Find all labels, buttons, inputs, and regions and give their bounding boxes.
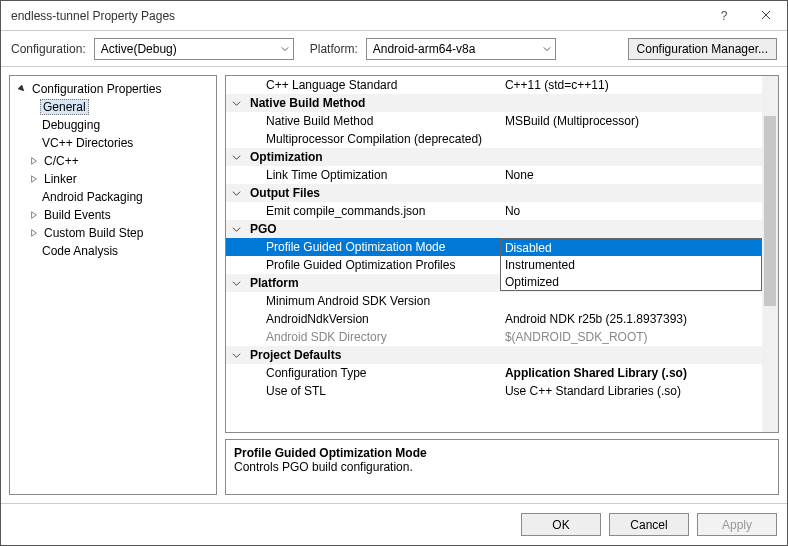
- grid-row[interactable]: Use of STLUse C++ Standard Libraries (.s…: [226, 382, 778, 400]
- grid-row[interactable]: AndroidNdkVersionAndroid NDK r25b (25.1.…: [226, 310, 778, 328]
- cancel-button[interactable]: Cancel: [609, 513, 689, 536]
- tree-root[interactable]: Configuration Properties: [10, 80, 216, 98]
- grid-name: Use of STL: [246, 382, 500, 400]
- ok-button[interactable]: OK: [521, 513, 601, 536]
- grid-value[interactable]: Application Shared Library (.so): [500, 364, 778, 382]
- tree-item[interactable]: General: [10, 98, 216, 116]
- chevron-down-icon: [226, 148, 246, 166]
- grid-value[interactable]: C++11 (std=c++11): [500, 76, 778, 94]
- right-panel: C++ Language StandardC++11 (std=c++11)Na…: [225, 75, 779, 495]
- property-pages-window: endless-tunnel Property Pages ? Configur…: [0, 0, 788, 546]
- platform-combo[interactable]: Android-arm64-v8a: [366, 38, 556, 60]
- grid-category[interactable]: Output Files: [226, 184, 778, 202]
- grid-value[interactable]: No: [500, 202, 778, 220]
- configuration-value: Active(Debug): [101, 42, 177, 56]
- grid-value[interactable]: Use C++ Standard Libraries (.so): [500, 382, 778, 400]
- tree-item[interactable]: VC++ Directories: [10, 134, 216, 152]
- expand-icon[interactable]: [28, 209, 40, 221]
- platform-value: Android-arm64-v8a: [373, 42, 476, 56]
- configuration-label: Configuration:: [11, 42, 86, 56]
- help-button[interactable]: ?: [703, 1, 745, 31]
- grid-name: Platform: [246, 274, 500, 292]
- grid-category[interactable]: Native Build Method: [226, 94, 778, 112]
- chevron-down-icon: [226, 346, 246, 364]
- chevron-down-icon: [281, 42, 289, 56]
- config-bar: Configuration: Active(Debug) Platform: A…: [1, 31, 787, 67]
- configuration-combo[interactable]: Active(Debug): [94, 38, 294, 60]
- grid-name: Link Time Optimization: [246, 166, 500, 184]
- grid-expand: [226, 76, 246, 94]
- grid-name: Profile Guided Optimization Mode: [246, 238, 500, 256]
- grid-name: Profile Guided Optimization Profiles: [246, 256, 500, 274]
- apply-button[interactable]: Apply: [697, 513, 777, 536]
- window-title: endless-tunnel Property Pages: [11, 9, 703, 23]
- description-panel: Profile Guided Optimization Mode Control…: [225, 439, 779, 495]
- tree-item[interactable]: Build Events: [10, 206, 216, 224]
- description-title: Profile Guided Optimization Mode: [234, 446, 770, 460]
- grid-expand: [226, 166, 246, 184]
- tree-root-label: Configuration Properties: [30, 82, 163, 96]
- grid-expand: [226, 310, 246, 328]
- tree-item-label: General: [40, 99, 89, 115]
- tree-item[interactable]: C/C++: [10, 152, 216, 170]
- tree-item-label: Android Packaging: [40, 190, 145, 204]
- titlebar: endless-tunnel Property Pages ?: [1, 1, 787, 31]
- grid-row[interactable]: Multiprocessor Compilation (deprecated): [226, 130, 778, 148]
- tree-item-label: Debugging: [40, 118, 102, 132]
- help-icon: ?: [721, 9, 728, 23]
- grid-name: AndroidNdkVersion: [246, 310, 500, 328]
- grid-row[interactable]: Emit compile_commands.jsonNo: [226, 202, 778, 220]
- grid-expand: [226, 328, 246, 346]
- expand-icon[interactable]: [28, 155, 40, 167]
- grid-expand: [226, 130, 246, 148]
- svg-marker-2: [18, 85, 26, 93]
- dropdown-option[interactable]: Instrumented: [501, 256, 761, 273]
- tree-item[interactable]: Code Analysis: [10, 242, 216, 260]
- tree-item[interactable]: Android Packaging: [10, 188, 216, 206]
- grid-value[interactable]: Android NDK r25b (25.1.8937393): [500, 310, 778, 328]
- grid-expand: [226, 364, 246, 382]
- grid-category[interactable]: Project Defaults: [226, 346, 778, 364]
- scrollbar[interactable]: [762, 76, 778, 432]
- grid-name: Emit compile_commands.json: [246, 202, 500, 220]
- grid-name: Minimum Android SDK Version: [246, 292, 500, 310]
- tree-item-label: Linker: [42, 172, 79, 186]
- config-tree[interactable]: Configuration Properties GeneralDebuggin…: [9, 75, 217, 495]
- grid-expand: [226, 292, 246, 310]
- grid-value[interactable]: None: [500, 166, 778, 184]
- scrollbar-thumb[interactable]: [764, 116, 776, 306]
- grid-value[interactable]: MSBuild (Multiprocessor): [500, 112, 778, 130]
- tree-item[interactable]: Debugging: [10, 116, 216, 134]
- description-text: Controls PGO build configuration.: [234, 460, 770, 474]
- svg-marker-6: [32, 230, 37, 236]
- collapse-icon[interactable]: [16, 83, 28, 95]
- grid-name: Native Build Method: [246, 94, 500, 112]
- grid-value[interactable]: $(ANDROID_SDK_ROOT): [500, 328, 778, 346]
- expand-icon[interactable]: [28, 173, 40, 185]
- grid-expand: [226, 238, 246, 256]
- grid-row[interactable]: Android SDK Directory$(ANDROID_SDK_ROOT): [226, 328, 778, 346]
- tree-item[interactable]: Custom Build Step: [10, 224, 216, 242]
- grid-name: Multiprocessor Compilation (deprecated): [246, 130, 500, 148]
- grid-row[interactable]: Configuration TypeApplication Shared Lib…: [226, 364, 778, 382]
- grid-value[interactable]: [500, 292, 778, 310]
- grid-category[interactable]: PGO: [226, 220, 778, 238]
- dropdown-list[interactable]: Disabled Instrumented Optimized: [500, 238, 762, 291]
- expand-icon[interactable]: [28, 227, 40, 239]
- chevron-down-icon: [226, 184, 246, 202]
- grid-row[interactable]: C++ Language StandardC++11 (std=c++11): [226, 76, 778, 94]
- grid-row[interactable]: Link Time OptimizationNone: [226, 166, 778, 184]
- dropdown-option[interactable]: Disabled: [501, 239, 761, 256]
- close-button[interactable]: [745, 1, 787, 31]
- grid-value[interactable]: [500, 130, 778, 148]
- grid-row[interactable]: Native Build MethodMSBuild (Multiprocess…: [226, 112, 778, 130]
- configuration-manager-button[interactable]: Configuration Manager...: [628, 38, 777, 60]
- dropdown-option[interactable]: Optimized: [501, 273, 761, 290]
- property-grid[interactable]: C++ Language StandardC++11 (std=c++11)Na…: [225, 75, 779, 433]
- tree-item-label: VC++ Directories: [40, 136, 135, 150]
- grid-row[interactable]: Minimum Android SDK Version: [226, 292, 778, 310]
- grid-name: Project Defaults: [246, 346, 500, 364]
- tree-item[interactable]: Linker: [10, 170, 216, 188]
- grid-name: Output Files: [246, 184, 500, 202]
- grid-category[interactable]: Optimization: [226, 148, 778, 166]
